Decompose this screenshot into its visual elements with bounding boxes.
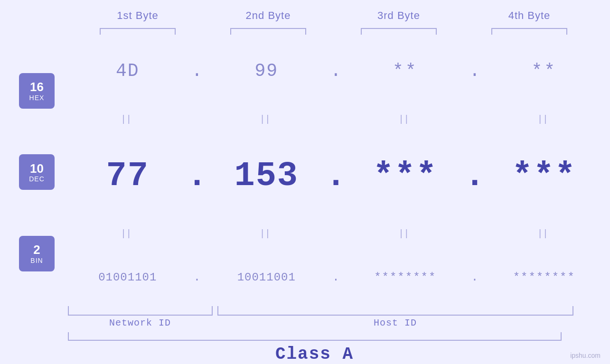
bin-b1: 01001101 xyxy=(98,271,157,284)
outer-bracket xyxy=(68,332,562,341)
id-label-row: Network ID Host ID xyxy=(63,317,600,328)
bin-badge-num: 2 xyxy=(33,243,40,257)
hex-b2: 99 xyxy=(254,61,278,81)
content-area: 16 HEX 10 DEC 2 BIN 4D . xyxy=(6,41,604,304)
bin-b1-cell: 01001101 xyxy=(68,271,188,284)
dec-badge-num: 10 xyxy=(30,162,44,176)
bin-b4-cell: ******** xyxy=(484,271,604,284)
bin-b2-cell: 10011001 xyxy=(206,271,327,284)
dec-badge-label: DEC xyxy=(29,175,45,183)
bracket1 xyxy=(73,27,203,36)
hex-b4: ** xyxy=(531,61,557,81)
dec-dot3: . xyxy=(465,157,484,196)
values-grid: 4D . 99 . ** . ** xyxy=(68,41,604,304)
dec-b3: *** xyxy=(373,157,438,196)
bin-dot1: . xyxy=(188,271,206,284)
dec-row: 77 . 153 . *** . *** xyxy=(68,157,604,196)
host-bracket xyxy=(217,306,573,316)
bin-b3-cell: ******** xyxy=(346,271,466,284)
byte3-header: 3rd Byte xyxy=(334,9,464,22)
dec-b2-cell: 153 xyxy=(206,157,327,196)
eq8: || xyxy=(484,228,604,239)
dec-b3-cell: *** xyxy=(346,157,466,196)
hex-dot2: . xyxy=(327,61,346,81)
eq1: || xyxy=(68,113,188,124)
byte1-header: 1st Byte xyxy=(73,9,203,22)
bin-dot3: . xyxy=(465,271,484,284)
bottom-brackets xyxy=(63,306,600,316)
byte4-header: 4th Byte xyxy=(464,9,595,22)
bin-row: 01001101 . 10011001 . ******** . xyxy=(68,271,604,284)
eq6: || xyxy=(206,228,327,239)
eq7: || xyxy=(346,228,466,239)
byte2-header: 2nd Byte xyxy=(203,9,334,22)
hex-b3-cell: ** xyxy=(346,61,466,81)
hex-b4-cell: ** xyxy=(484,61,604,81)
hex-b2-cell: 99 xyxy=(206,61,327,81)
bracket3 xyxy=(334,27,464,36)
host-id-label: Host ID xyxy=(217,317,573,328)
bracket2 xyxy=(203,27,334,36)
bracket4 xyxy=(464,27,595,36)
bin-b2: 10011001 xyxy=(237,271,296,284)
dec-dot1: . xyxy=(188,157,206,196)
bin-badge: 2 BIN xyxy=(19,236,55,271)
hex-b3: ** xyxy=(393,61,418,81)
main-container: 1st Byte 2nd Byte 3rd Byte 4th Byte 16 H… xyxy=(0,0,610,364)
bin-b4: ******** xyxy=(513,271,575,284)
hex-row: 4D . 99 . ** . ** xyxy=(68,61,604,81)
eq-row-2: || || || || xyxy=(68,226,604,240)
hex-badge-label: HEX xyxy=(29,94,45,102)
hex-badge: 16 HEX xyxy=(19,73,55,109)
dec-b2: 153 xyxy=(234,157,299,196)
bin-b3: ******** xyxy=(374,271,436,284)
eq2: || xyxy=(206,113,327,124)
dec-badge: 10 DEC xyxy=(19,154,55,190)
class-label: Class A xyxy=(68,345,562,364)
network-bracket xyxy=(68,306,213,316)
dec-b4: *** xyxy=(512,157,576,196)
bin-badge-label: BIN xyxy=(30,257,43,264)
byte-headers: 1st Byte 2nd Byte 3rd Byte 4th Byte xyxy=(73,9,595,22)
hex-dot1: . xyxy=(188,61,206,81)
eq-row-1: || || || || xyxy=(68,112,604,126)
watermark: ipshu.com xyxy=(570,352,601,359)
eq5: || xyxy=(68,228,188,239)
hex-badge-num: 16 xyxy=(30,80,44,94)
bottom-section: Network ID Host ID Class A xyxy=(6,306,604,364)
hex-b1-cell: 4D xyxy=(68,61,188,81)
dec-b4-cell: *** xyxy=(484,157,604,196)
eq4: || xyxy=(484,113,604,124)
badges-column: 16 HEX 10 DEC 2 BIN xyxy=(6,41,68,304)
dec-dot2: . xyxy=(327,157,346,196)
dec-b1-cell: 77 xyxy=(68,157,188,196)
bin-dot2: . xyxy=(327,271,346,284)
hex-dot3: . xyxy=(465,61,484,81)
network-id-label: Network ID xyxy=(68,317,213,328)
dec-b1: 77 xyxy=(106,157,149,196)
top-brackets xyxy=(73,27,595,36)
hex-b1: 4D xyxy=(116,61,140,81)
eq3: || xyxy=(346,113,466,124)
